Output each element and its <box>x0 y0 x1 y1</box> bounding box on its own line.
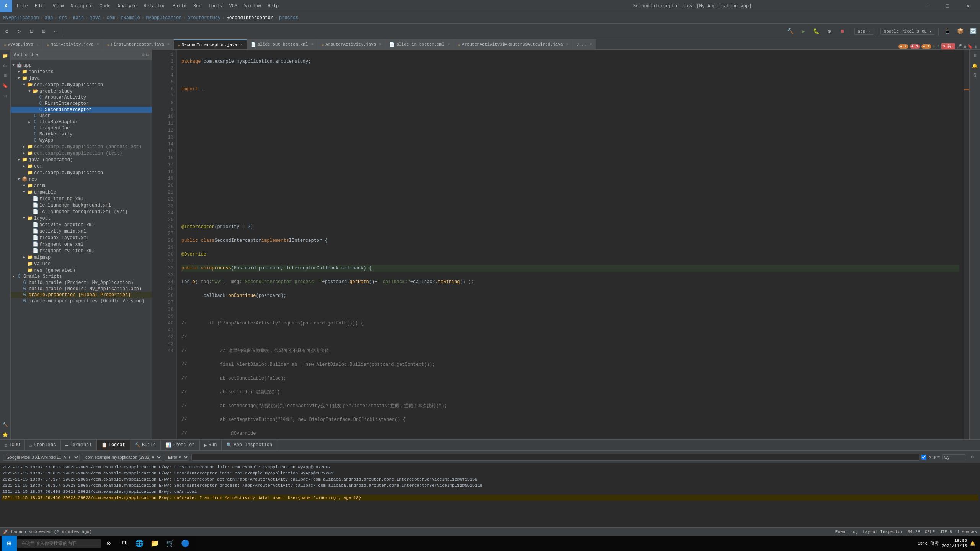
tree-item-app[interactable]: ▼ 🤖 app <box>11 62 152 68</box>
tree-item-activity-arouter[interactable]: 📄 activity_arouter.xml <box>11 222 152 228</box>
sdk-manager[interactable]: 📦 <box>955 26 965 37</box>
tab-mainactivity[interactable]: ☕ MainActivity.java × <box>43 39 103 49</box>
project-collapse-icon[interactable]: ⊟ <box>146 52 149 58</box>
device-selector-logcat[interactable]: Google Pixel 3 XL Android 11, AI ▾ <box>3 454 80 461</box>
notifications-btn[interactable]: 🔔 <box>970 541 975 546</box>
menu-help[interactable]: Help <box>265 2 282 10</box>
tree-item-java[interactable]: ▼ 📁 java <box>11 75 152 82</box>
windows-start[interactable]: ⊞ <box>2 536 17 551</box>
maximize-button[interactable]: □ <box>939 0 956 12</box>
tree-item-res-generated[interactable]: 📁 res (generated) <box>11 267 152 274</box>
sidebar-bookmarks-icon[interactable]: 🔖 <box>1 81 10 90</box>
tab-firstinterceptor[interactable]: ☕ FirstInterceptor.java × <box>103 39 174 49</box>
process-selector[interactable]: com.example.myapplication (2902) ▾ <box>82 454 162 461</box>
menu-code[interactable]: Code <box>96 2 114 10</box>
scrollbar[interactable] <box>964 50 969 439</box>
tab-close[interactable]: × <box>167 42 170 47</box>
toolbar-sync[interactable]: ↻ <box>14 26 24 37</box>
tree-item-mainactivity[interactable]: C MainActivity <box>11 131 152 137</box>
line-ending-selector[interactable]: CRLF <box>925 530 935 534</box>
minimize-button[interactable]: ─ <box>918 0 936 12</box>
tree-item-res[interactable]: ▼ 📦 res <box>11 176 152 183</box>
sidebar-todos-icon[interactable]: ☑ <box>1 91 10 100</box>
taskbar-chrome[interactable]: 🔵 <box>178 536 193 551</box>
tree-item-gradle-scripts[interactable]: ▼ G Gradle Scripts <box>11 274 152 280</box>
tree-item-drawable[interactable]: ▼ 📁 drawable <box>11 189 152 196</box>
tree-item-manifests[interactable]: ▼ 📁 manifests <box>11 68 152 75</box>
tab-close[interactable]: × <box>448 42 450 47</box>
tab-problems[interactable]: ⚠ Problems <box>25 440 61 450</box>
nav-src[interactable]: src <box>59 15 67 21</box>
tree-item-flexboxadapter[interactable]: ▶ C FlexBoxAdapter <box>11 119 152 125</box>
sidebar-project-icon[interactable]: 📁 <box>1 51 10 60</box>
sidebar-favorites-icon[interactable]: ⭐ <box>1 430 10 439</box>
tab-close[interactable]: × <box>97 42 99 47</box>
tab-arouteractivity[interactable]: ☕ ArouterActivity.java × <box>318 39 386 49</box>
toolbar-filter[interactable]: ⊟ <box>26 26 37 37</box>
charset-selector[interactable]: UTF-8 <box>939 530 952 534</box>
tab-secondinterceptor[interactable]: ☕ SecondInterceptor.java × <box>174 39 247 49</box>
tree-item-wyapp[interactable]: C WyApp <box>11 137 152 143</box>
level-selector[interactable]: Error ▾ <box>165 454 189 461</box>
tree-item-flex-item-bg[interactable]: 📄 flex_item_bg.xml <box>11 196 152 202</box>
nav-secondinterceptor[interactable]: SecondInterceptor <box>226 15 273 21</box>
tree-item-arouterstudy[interactable]: ▼ 📂 arouterstudy <box>11 88 152 95</box>
tab-run[interactable]: ▶ Run <box>200 440 222 450</box>
menu-build[interactable]: Build <box>170 2 189 10</box>
tab-close[interactable]: × <box>311 42 314 47</box>
toolbar-more[interactable]: ⋯ <box>51 26 61 37</box>
menu-analyze[interactable]: Analyze <box>114 2 140 10</box>
taskbar-search[interactable] <box>17 539 101 548</box>
menu-navigate[interactable]: Navigate <box>67 2 96 10</box>
layout-inspector-link[interactable]: Layout Inspector <box>862 530 903 534</box>
nav-app[interactable]: app <box>45 15 53 21</box>
tab-slidein[interactable]: 📄 slide_in_bottom.xml × <box>385 39 454 49</box>
toolbar-stop[interactable]: ■ <box>837 26 848 37</box>
menu-edit[interactable]: Edit <box>32 2 49 10</box>
tab-terminal[interactable]: ▬ Terminal <box>61 440 97 450</box>
notifications-icon[interactable]: 🔔 <box>970 61 980 70</box>
tree-item-java-generated[interactable]: ▼ 📁 java (generated) <box>11 156 152 163</box>
toolbar-build[interactable]: 🔨 <box>785 26 796 37</box>
tree-item-fragment-rv[interactable]: 📄 fragment_rv_item.xml <box>11 248 152 254</box>
project-view-label[interactable]: Android ▾ <box>14 52 39 58</box>
tree-item-build-gradle-proj[interactable]: G build.gradle (Project: My_Application) <box>11 280 152 286</box>
event-log-link[interactable]: Event Log <box>835 530 858 534</box>
indent-selector[interactable]: 4 spaces <box>957 530 977 534</box>
cortana-icon[interactable]: ⊙ <box>101 536 116 551</box>
tree-item-user[interactable]: C User <box>11 113 152 119</box>
nav-myapplication2[interactable]: myapplication <box>146 15 182 21</box>
tree-item-firstinterceptor[interactable]: C FirstInterceptor <box>11 101 152 107</box>
tree-item-flexbox-layout[interactable]: 📄 flexbox_layout.xml <box>11 235 152 241</box>
tab-logcat[interactable]: 📋 Logcat <box>97 440 130 450</box>
menu-window[interactable]: Window <box>241 2 264 10</box>
toolbar-attach[interactable]: ⊕ <box>824 26 835 37</box>
tree-item-arouteractivity[interactable]: C ArouterActivity <box>11 95 152 101</box>
tree-item-anim[interactable]: ▼ 📁 anim <box>11 183 152 189</box>
project-gear-icon[interactable]: ⚙ <box>142 52 145 58</box>
tab-close[interactable]: × <box>590 42 592 47</box>
tree-item-activity-main[interactable]: 📄 activity_main.xml <box>11 228 152 235</box>
toolbar-debug[interactable]: 🐛 <box>811 26 822 37</box>
tree-item-gradle-props[interactable]: G gradle.properties (Global Properties) <box>11 292 152 298</box>
tree-item-build-gradle-mod[interactable]: G build.gradle (Module: My_Application.a… <box>11 286 152 292</box>
tree-item-fragmentone[interactable]: C FragmentOne <box>11 125 152 131</box>
toolbar-run-btn[interactable]: ▶ <box>798 26 809 37</box>
tab-slideout[interactable]: 📄 slide_out_bottom.xml × <box>247 39 318 49</box>
tree-item-values[interactable]: 📁 values <box>11 261 152 267</box>
tree-item-gradle-wrapper[interactable]: G gradle-wrapper.properties (Gradle Vers… <box>11 298 152 304</box>
nav-example[interactable]: example <box>121 15 140 21</box>
tab-close[interactable]: × <box>240 43 243 47</box>
tree-item-mipmap[interactable]: ▶ 📁 mipmap <box>11 254 152 261</box>
tab-close[interactable]: × <box>566 42 568 47</box>
menu-tools[interactable]: Tools <box>206 2 225 10</box>
avd-manager[interactable]: 📱 <box>942 26 952 37</box>
tab-wyapp[interactable]: ☕ WyApp.java × <box>0 39 43 49</box>
sync-project[interactable]: 🔄 <box>968 26 978 37</box>
close-button[interactable]: ✕ <box>959 0 977 12</box>
regex-label[interactable]: Regex <box>921 455 940 460</box>
sidebar-build-icon[interactable]: 🔨 <box>1 420 10 429</box>
gradle-side-icon[interactable]: G <box>970 71 980 80</box>
filter-input[interactable] <box>942 454 965 460</box>
tab-todo[interactable]: ☑ TODO <box>0 440 25 450</box>
